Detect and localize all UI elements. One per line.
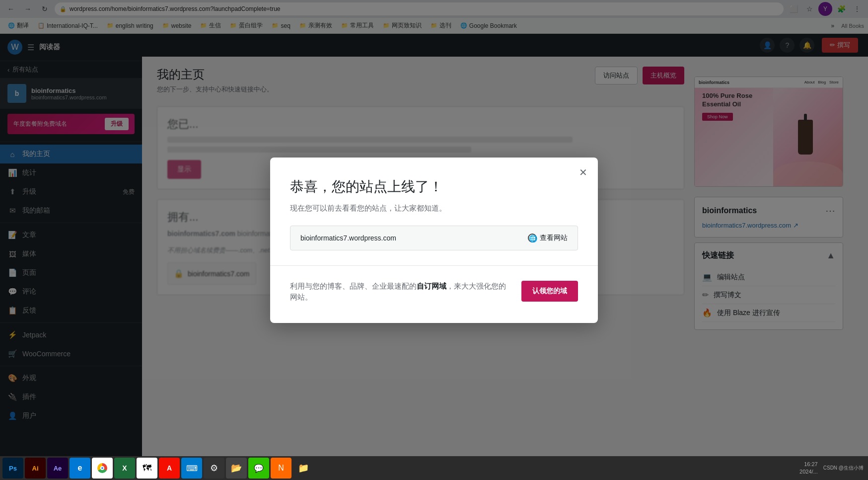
taskbar: Ps Ai Ae e X 🗺 A ⌨ ⚙ 📂 💬 N 📁 16:27 2024 xyxy=(0,456,868,480)
taskbar-folder[interactable]: 📁 xyxy=(293,458,314,479)
clock-time: 16:27 xyxy=(799,461,818,468)
modal-domain-bold: 自订网域 xyxy=(417,282,446,290)
chrome-icon xyxy=(97,463,107,473)
acrobat-label: A xyxy=(167,464,172,472)
globe-icon: 🌐 xyxy=(528,234,537,242)
taskbar-maps[interactable]: 🗺 xyxy=(137,458,157,479)
ae-label: Ae xyxy=(54,465,62,472)
folder-icon: 📁 xyxy=(298,463,309,474)
taskbar-icon-10: 📂 xyxy=(231,463,242,474)
taskbar-item-10[interactable]: 📂 xyxy=(226,458,247,479)
taskbar-acrobat[interactable]: A xyxy=(159,458,180,479)
ai-label: Ai xyxy=(32,465,39,472)
launch-modal: ✕ 恭喜，您的站点上线了！ 现在您可以前去看看您的站点，让大家都知道。 bioi… xyxy=(270,158,598,323)
taskbar-edge[interactable]: e xyxy=(70,458,90,479)
taskbar-ae[interactable]: Ae xyxy=(47,458,68,479)
modal-overlay[interactable]: ✕ 恭喜，您的站点上线了！ 现在您可以前去看看您的站点，让大家都知道。 bioi… xyxy=(0,0,868,480)
modal-domain-text: 利用与您的博客、品牌、企业最速配的自订网域，来大大强化您的网站。 xyxy=(290,281,511,303)
modal-close-button[interactable]: ✕ xyxy=(576,165,590,180)
modal-url-text: bioinformatics7.wordpress.com xyxy=(300,234,396,242)
taskbar-excel[interactable]: X xyxy=(114,458,135,479)
chrome-center xyxy=(100,466,104,470)
taskbar-icon-9: ⚙ xyxy=(210,463,218,474)
taskbar-ps[interactable]: Ps xyxy=(2,458,23,479)
taskbar-chrome[interactable] xyxy=(92,458,113,479)
taskbar-wechat[interactable]: 💬 xyxy=(248,458,269,479)
clock-date: 2024/... xyxy=(799,468,818,476)
modal-subtitle: 现在您可以前去看看您的站点，让大家都知道。 xyxy=(290,204,578,213)
modal-divider xyxy=(270,265,598,266)
ps-label: Ps xyxy=(9,465,17,472)
modal-bottom: 利用与您的博客、品牌、企业最速配的自订网域，来大大强化您的网站。 认领您的域 xyxy=(290,281,578,303)
taskbar-clock: 16:27 2024/... xyxy=(799,461,822,476)
modal-title: 恭喜，您的站点上线了！ xyxy=(290,177,578,196)
claim-domain-button[interactable]: 认领您的域 xyxy=(521,281,578,302)
vscode-icon: ⌨ xyxy=(186,464,198,473)
modal-url-box: bioinformatics7.wordpress.com 🌐 查看网站 xyxy=(290,226,578,250)
taskbar-vscode[interactable]: ⌨ xyxy=(181,458,202,479)
maps-icon: 🗺 xyxy=(143,463,151,474)
edge-label: e xyxy=(78,464,82,473)
wechat-icon: 💬 xyxy=(254,464,264,473)
taskbar-item-9[interactable]: ⚙ xyxy=(204,458,224,479)
taskbar-extra: CSDN @生信小博 xyxy=(823,465,866,472)
taskbar-ai[interactable]: Ai xyxy=(25,458,46,479)
taskbar-icon-12: N xyxy=(278,464,284,473)
excel-label: X xyxy=(122,464,127,472)
view-site-label: 查看网站 xyxy=(540,234,568,242)
taskbar-item-12[interactable]: N xyxy=(271,458,291,479)
view-site-link[interactable]: 🌐 查看网站 xyxy=(528,234,568,242)
